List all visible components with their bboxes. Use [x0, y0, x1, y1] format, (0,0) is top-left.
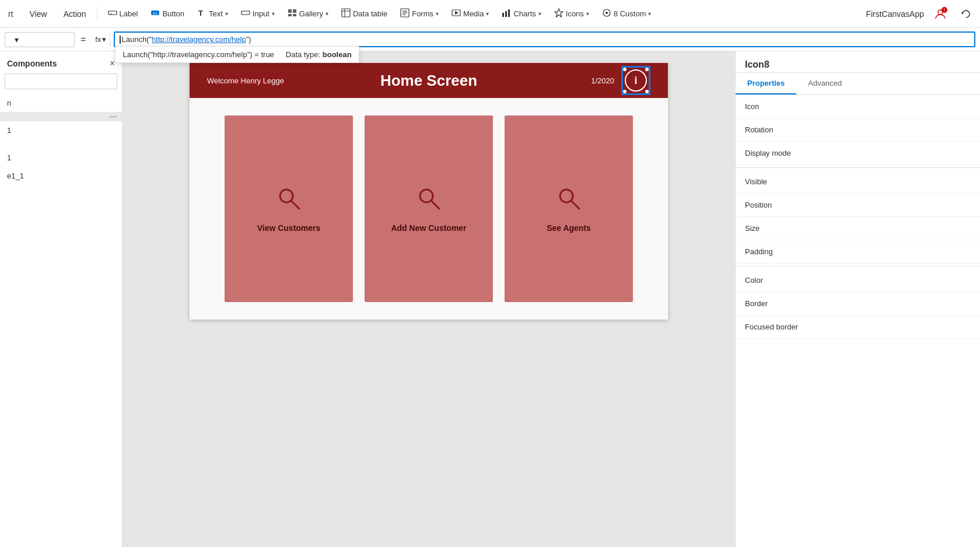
svg-line-30: [432, 201, 439, 209]
svg-rect-8: [288, 14, 292, 16]
sidebar-item-1[interactable]: 1: [0, 121, 122, 139]
home-welcome-text: Welcome Henry Legge: [207, 76, 284, 85]
properties-divider-2: [736, 266, 980, 267]
toolbar-datatable[interactable]: Data table: [335, 5, 393, 23]
prop-border[interactable]: Border: [736, 292, 980, 315]
home-screen-title: Home Screen: [380, 72, 477, 90]
custom-chevron: ▾: [648, 10, 651, 17]
formula-fx-chevron: ▾: [102, 35, 106, 44]
toolbar-icons[interactable]: Icons ▾: [548, 5, 595, 23]
formula-cursor: [120, 36, 121, 44]
charts-chevron: ▾: [538, 10, 541, 17]
toolbar-label[interactable]: A Label: [102, 5, 144, 23]
svg-marker-22: [555, 9, 563, 17]
prop-display-mode[interactable]: Display mode: [736, 142, 980, 165]
media-icon: [452, 8, 461, 19]
search-icon-2: [416, 185, 442, 216]
info-icon-inner: i: [625, 69, 647, 92]
formula-input-container[interactable]: Launch("http://travelagency.com/help") L…: [114, 31, 975, 47]
toolbar-icons-text: Icons: [566, 9, 584, 18]
prop-size[interactable]: Size: [736, 217, 980, 240]
undo-btn[interactable]: [957, 5, 975, 23]
dot-tr: [645, 68, 649, 71]
formula-tooltip: Launch("http://travelagency.com/help") =…: [115, 46, 359, 63]
sidebar-close-btn[interactable]: ×: [110, 58, 115, 69]
sidebar-item-label: 1: [7, 126, 11, 135]
toolbar-label-text: Label: [120, 9, 138, 18]
info-icon-selected[interactable]: i: [621, 66, 650, 95]
toolbar-text[interactable]: T Text ▾: [191, 5, 234, 23]
tab-advanced[interactable]: Advanced: [796, 73, 853, 94]
svg-line-32: [572, 201, 579, 209]
media-chevron: ▾: [486, 10, 489, 17]
sidebar-item-e1-1[interactable]: e1_1: [0, 167, 122, 185]
sidebar-item-label: n: [7, 99, 11, 107]
formula-dropdown[interactable]: ▾: [5, 32, 75, 47]
toolbar-custom[interactable]: 8 Custom ▾: [596, 5, 657, 23]
sidebar-item-n[interactable]: n: [0, 94, 122, 112]
formula-dropdown-value: [10, 35, 12, 44]
card-see-agents[interactable]: See Agents: [505, 115, 633, 302]
formula-dropdown-chevron: ▾: [15, 35, 19, 44]
gallery-chevron: ▾: [326, 10, 328, 17]
nav-view[interactable]: View: [26, 7, 51, 21]
prop-visible[interactable]: Visible: [736, 170, 980, 194]
toolbar-right: FirstCanvasApp 1: [859, 5, 975, 23]
prop-position[interactable]: Position: [736, 194, 980, 217]
tab-properties[interactable]: Properties: [736, 73, 796, 94]
prop-icon[interactable]: Icon: [736, 95, 980, 118]
user-icon-btn[interactable]: 1: [931, 5, 950, 23]
charts-icon: [502, 8, 511, 19]
input-chevron: ▾: [272, 10, 275, 17]
sidebar-item-more-icon[interactable]: ···: [110, 111, 117, 122]
formula-fx-label: fx: [95, 35, 101, 44]
toolbar-media[interactable]: Media ▾: [446, 5, 495, 23]
svg-point-31: [560, 190, 573, 202]
card-add-customer[interactable]: Add New Customer: [365, 115, 493, 302]
formula-fx[interactable]: fx ▾: [92, 33, 110, 46]
nav-action[interactable]: Action: [60, 7, 90, 21]
card-see-agents-label: See Agents: [547, 223, 591, 233]
toolbar-charts[interactable]: Charts ▾: [496, 5, 547, 23]
app-canvas: Welcome Henry Legge Home Screen 1/2020: [190, 63, 668, 320]
sidebar-item-1-1[interactable]: 1: [0, 149, 122, 167]
svg-rect-9: [293, 14, 296, 16]
toolbar-gallery[interactable]: Gallery ▾: [282, 5, 334, 23]
prop-focused-border[interactable]: Focused border: [736, 315, 980, 339]
prop-color[interactable]: Color: [736, 269, 980, 292]
forms-icon: [400, 8, 410, 19]
gallery-icon: [288, 8, 297, 19]
undo-icon: [961, 9, 971, 19]
toolbar-input[interactable]: Input ▾: [235, 5, 281, 23]
toolbar-datatable-text: Data table: [353, 9, 387, 18]
svg-rect-7: [293, 9, 296, 13]
svg-line-28: [292, 201, 299, 209]
sidebar-items: n ··· 1 1 e1_1: [0, 94, 122, 547]
sidebar-item-ellipsis[interactable]: ···: [0, 112, 122, 121]
toolbar-button[interactable]: btn Button: [145, 5, 190, 23]
prop-padding[interactable]: Padding: [736, 240, 980, 264]
card-view-customers[interactable]: View Customers: [225, 115, 353, 302]
formula-bar: ▾ = fx ▾ Launch("http://travelagency.com…: [0, 28, 980, 51]
sidebar-item-2[interactable]: [0, 139, 122, 149]
nav-rt[interactable]: rt: [5, 7, 17, 21]
tooltip-type-label: Data type:: [286, 50, 320, 59]
svg-marker-18: [455, 11, 459, 15]
dot-br: [645, 90, 649, 93]
info-letter: i: [634, 75, 637, 87]
formula-equals: =: [78, 34, 88, 45]
svg-marker-26: [961, 12, 964, 15]
sidebar-item-label: 1: [7, 153, 11, 162]
nav-links: rt View Action: [5, 7, 97, 21]
icons-icon: [554, 8, 564, 19]
sidebar-search-input[interactable]: [5, 73, 117, 89]
toolbar: A Label btn Button T Text ▾ Input ▾: [102, 5, 857, 23]
toolbar-forms[interactable]: Forms ▾: [394, 5, 444, 23]
search-icon-3: [556, 185, 582, 216]
prop-rotation[interactable]: Rotation: [736, 118, 980, 142]
formula-suffix: "): [246, 35, 251, 44]
svg-rect-10: [342, 9, 350, 17]
main-layout: Components × n ··· 1 1 e1_1: [0, 51, 980, 547]
icons-chevron: ▾: [586, 10, 589, 17]
formula-prefix: Launch(": [121, 35, 152, 44]
